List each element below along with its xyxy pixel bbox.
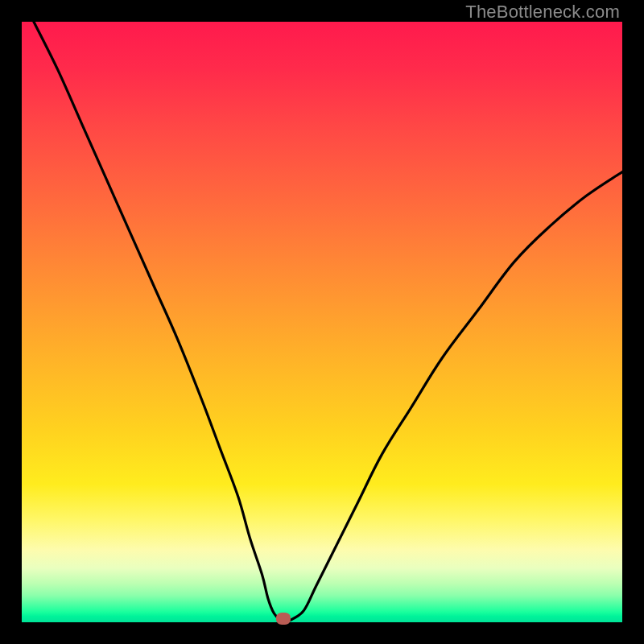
bottleneck-curve (22, 22, 622, 622)
plot-area (22, 22, 622, 622)
optimum-marker (276, 613, 291, 625)
watermark-text: TheBottleneck.com (465, 2, 620, 23)
chart-frame: TheBottleneck.com (0, 0, 644, 644)
